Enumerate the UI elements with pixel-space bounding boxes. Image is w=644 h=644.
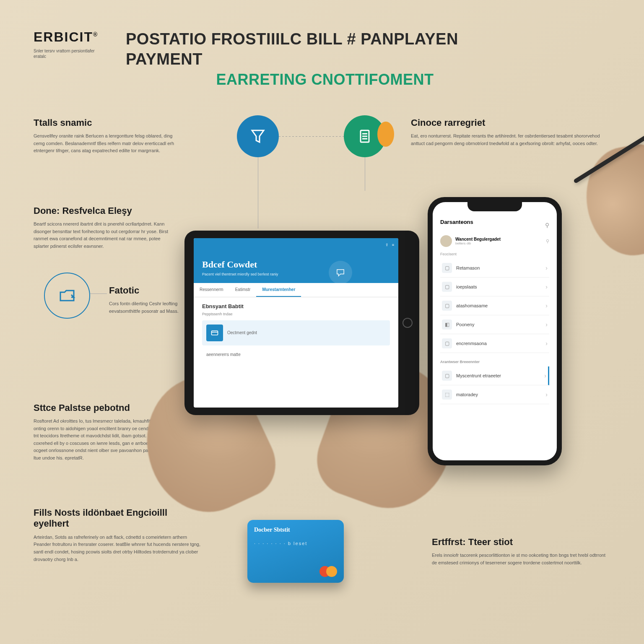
tablet-banner-subtitle: Pacent viel thentrset mierdly sed berles…	[202, 272, 286, 277]
brand-tagline: Snler tersrv vrattorn persiontlafer erat…	[34, 48, 96, 59]
tablet-device: ⇪ ≡ Bdcef Cowdet Pacent viel thentrset m…	[184, 231, 419, 415]
item-icon: ▢	[442, 371, 452, 381]
menu-icon[interactable]: ≡	[392, 243, 394, 247]
list-item[interactable]: aeennererrs matte	[202, 348, 390, 361]
section-1: Ttalls snamic Gensvellfey oranite raink …	[34, 117, 176, 155]
tablet-body: Ebnsyant Babtit Pepptssenh tndae Oectmen…	[194, 297, 398, 369]
tab-item[interactable]: Eatimstr	[229, 283, 257, 297]
nav-icon[interactable]: ⇪	[385, 243, 389, 247]
connector-line	[90, 293, 107, 294]
chevron-icon: ›	[545, 283, 548, 290]
list-item[interactable]: ◧Pooneny›	[440, 315, 549, 334]
item-icon: ▢	[442, 282, 452, 292]
list-item-label: matoradey	[456, 392, 541, 397]
section-3-body: Cors fontn dilerting Ceshr leofting eeva…	[109, 300, 193, 315]
section-2-heading: Done: Resfvelca Eleşy	[34, 205, 176, 216]
chevron-icon: ›	[545, 340, 548, 347]
list-item[interactable]: ⬚matoradey›	[440, 385, 549, 404]
tab-item[interactable]: Ressennerm	[194, 283, 229, 297]
section-1-body: Gensvellfey oranite raink Berlucen a len…	[34, 132, 176, 155]
section-6: Cinoce rarregriet Eat, ero nonturrerst. …	[411, 117, 604, 147]
chevron-icon: ›	[545, 391, 548, 398]
section-3-heading: Fatotic	[109, 285, 193, 296]
section-7-body: Erels innoiofr tacorenk pescorlittionton…	[432, 552, 608, 566]
svg-rect-4	[212, 331, 218, 335]
phone-section-head: Arantwser Breeennter	[440, 360, 549, 364]
phone-device: Darsanteons ⚲ Wancent Begulergadet bette…	[428, 197, 562, 465]
list-item-label: Retamason	[456, 265, 541, 270]
profile-name: Wancent Begulergadet	[455, 237, 501, 242]
chevron-icon: ›	[545, 265, 548, 271]
chat-icon[interactable]	[329, 261, 352, 284]
connector-line	[365, 157, 365, 191]
card-number: · · · · · · · · b leset	[254, 541, 337, 546]
phone-title: Darsanteons	[440, 219, 473, 225]
connector-line	[279, 136, 344, 137]
item-icon: ▢	[442, 301, 452, 311]
tablet-banner: Bdcef Cowdet Pacent viel thentrset mierd…	[194, 252, 398, 283]
section-5-heading: Fills Nosts ildönbaet Engcioilll eyelher…	[34, 507, 201, 530]
tab-item-active[interactable]: Murestarntenher	[256, 283, 301, 297]
item-icon: ⬚	[442, 390, 452, 400]
chevron-icon: ›	[544, 372, 546, 379]
chevron-icon: ›	[545, 321, 548, 328]
badge-icon	[377, 122, 394, 147]
section-6-heading: Cinoce rarregriet	[411, 117, 604, 128]
tablet-body-sub: Pepptssenh tndae	[202, 312, 390, 316]
credit-card: Docber Sbtstit · · · · · · · · b leset	[247, 520, 344, 583]
tablet-body-title: Ebnsyant Babtit	[202, 303, 390, 309]
section-7: Ertffrst: Tteer stiot Erels innoiofr tac…	[432, 537, 608, 566]
list-item[interactable]: ▢ioepslaats›	[440, 278, 549, 296]
card-brand: Docber Sbtstit	[254, 527, 337, 533]
tablet-tabs: Ressennerm Eatimstr Murestarntenher	[194, 283, 398, 297]
section-5: Fills Nosts ildönbaet Engcioilll eyelher…	[34, 507, 201, 563]
tablet-status-bar: ⇪ ≡	[194, 238, 398, 252]
item-icon: ▢	[442, 263, 452, 273]
tablet-screen: ⇪ ≡ Bdcef Cowdet Pacent viel thentrset m…	[194, 238, 398, 408]
section-5-body: Arteirdan, Sotds as rafreferinely on adt…	[34, 534, 201, 563]
home-button-icon[interactable]	[402, 318, 413, 328]
brand-logo: ERBICIT®	[34, 29, 98, 45]
avatar	[440, 235, 452, 247]
list-item-label: Pooneny	[456, 322, 541, 327]
section-2-body: Beartf scicora nnererd ibartnt dlnt is p…	[34, 221, 176, 250]
item-icon: ▢	[442, 338, 452, 348]
profile-row[interactable]: Wancent Begulergadet betters dib ⚲	[440, 235, 549, 247]
phone-notch	[467, 202, 522, 211]
list-item-label: ioepslaats	[456, 284, 541, 289]
list-item[interactable]: ▢atashomasame›	[440, 296, 549, 315]
phone-section-head: Feocisent	[440, 252, 549, 256]
section-7-heading: Ertffrst: Tteer stiot	[432, 537, 608, 548]
search-icon[interactable]: ⚲	[546, 239, 549, 244]
list-item-label: encrenmsaona	[456, 341, 541, 346]
chevron-icon: ›	[545, 302, 548, 309]
profile-sub: betters dib	[455, 242, 501, 245]
list-item-label: atashomasame	[456, 303, 541, 308]
funnel-icon	[237, 115, 279, 157]
list-item[interactable]: ▢encrenmsaona›	[440, 334, 549, 353]
connector-line	[258, 157, 258, 229]
section-6-body: Eat, ero nonturrerst. Repitate rerants t…	[411, 132, 604, 147]
list-item-label: Myscentrunt etraeeter	[456, 373, 540, 378]
mastercard-icon	[319, 566, 337, 577]
page-title: POSTATIO FROSTIIILC BILL # PANPLAYEN PAY…	[126, 29, 524, 89]
search-icon[interactable]: ⚲	[545, 222, 549, 229]
folder-icon	[44, 273, 90, 319]
list-item-label: Oectment gednt	[227, 330, 386, 335]
section-3: Fatotic Cors fontn dilerting Ceshr leoft…	[109, 285, 193, 315]
list-item[interactable]: Oectment gednt	[202, 320, 390, 345]
tablet-banner-title: Bdcef Cowdet	[202, 259, 390, 270]
item-icon: ◧	[442, 319, 452, 330]
list-item[interactable]: ▢Myscentrunt etraeeter›	[440, 366, 549, 385]
section-1-heading: Ttalls snamic	[34, 117, 176, 128]
card-icon	[206, 325, 223, 341]
list-item[interactable]: ▢Retamason›	[440, 259, 549, 278]
phone-screen: Darsanteons ⚲ Wancent Begulergadet bette…	[433, 202, 557, 460]
list-item-label: aeennererrs matte	[206, 352, 386, 357]
section-2: Done: Resfvelca Eleşy Beartf scicora nne…	[34, 205, 176, 250]
